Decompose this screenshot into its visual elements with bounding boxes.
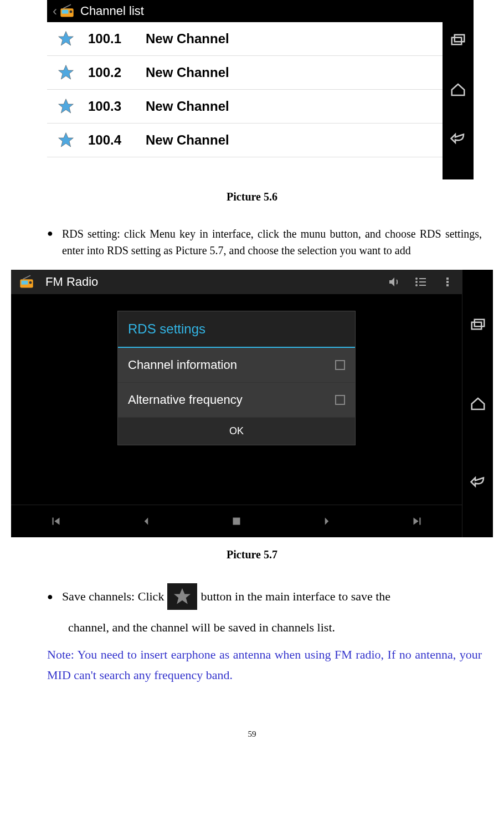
channel-name: New Channel — [146, 132, 229, 148]
star-button-icon — [167, 583, 197, 610]
save-continue-text: channel, and the channel will be saved i… — [68, 617, 482, 639]
channel-info-label: Channel information — [128, 358, 237, 372]
note-text: Note: You need to insert earphone as ant… — [47, 644, 482, 686]
fm-radio-main: FM Radio RDS settings Channel informatio… — [11, 270, 462, 537]
svg-marker-7 — [59, 133, 74, 147]
channel-item[interactable]: 100.4 New Channel — [47, 124, 443, 157]
svg-rect-21 — [446, 281, 449, 283]
speaker-icon[interactable] — [388, 275, 401, 289]
rds-text: RDS setting: click Menu key in interface… — [62, 225, 482, 259]
svg-marker-6 — [59, 99, 74, 113]
svg-point-12 — [29, 281, 32, 284]
star-icon — [57, 131, 75, 149]
fm-radio-topbar: FM Radio — [11, 270, 462, 294]
svg-rect-20 — [446, 278, 449, 280]
alt-freq-label: Alternative frequency — [128, 393, 243, 407]
channel-list: 100.1 New Channel 100.2 New Channel 100.… — [47, 22, 443, 179]
svg-rect-23 — [233, 518, 240, 525]
picture-caption: Picture 5.6 — [22, 191, 482, 203]
svg-line-13 — [23, 275, 30, 279]
fm-radio-body: RDS settings Channel information Alterna… — [11, 294, 462, 505]
back-icon[interactable] — [450, 130, 466, 147]
star-icon — [57, 64, 75, 81]
channel-name: New Channel — [146, 31, 229, 47]
svg-rect-1 — [62, 10, 69, 14]
channel-freq: 100.4 — [88, 132, 132, 148]
svg-rect-22 — [446, 284, 449, 286]
svg-marker-26 — [174, 588, 191, 604]
svg-marker-5 — [59, 65, 74, 79]
alt-freq-item[interactable]: Alternative frequency — [118, 383, 355, 418]
checkbox-icon[interactable] — [335, 360, 345, 370]
page-number: 59 — [22, 729, 482, 739]
channel-list-main: ‹ Channel list 100.1 New Channel 100.2 N… — [47, 0, 443, 179]
channel-item[interactable]: 100.2 New Channel — [47, 56, 443, 90]
svg-line-3 — [63, 4, 71, 8]
svg-point-16 — [415, 281, 418, 283]
save-pre-text: Save channels: Click — [62, 585, 164, 608]
svg-rect-19 — [419, 285, 426, 286]
svg-point-2 — [70, 11, 73, 13]
rds-dialog: RDS settings Channel information Alterna… — [117, 311, 356, 445]
channel-name: New Channel — [146, 99, 229, 114]
skip-prev-icon[interactable] — [49, 514, 63, 528]
prev-icon[interactable] — [139, 514, 153, 528]
android-nav-bar — [462, 270, 493, 537]
back-icon[interactable] — [470, 474, 486, 490]
channel-freq: 100.2 — [88, 65, 132, 80]
radio-icon — [59, 3, 75, 19]
channel-list-screenshot: ‹ Channel list 100.1 New Channel 100.2 N… — [47, 0, 474, 179]
channel-name: New Channel — [146, 65, 229, 80]
fm-radio-screenshot: FM Radio RDS settings Channel informatio… — [11, 270, 493, 537]
stop-icon[interactable] — [229, 514, 244, 528]
android-nav-bar — [443, 0, 474, 179]
svg-point-18 — [415, 284, 418, 286]
rds-dialog-title: RDS settings — [118, 311, 355, 348]
next-icon[interactable] — [320, 514, 334, 528]
overflow-menu-icon[interactable] — [441, 275, 454, 289]
svg-rect-17 — [419, 281, 426, 282]
fm-controls — [11, 505, 462, 537]
channel-freq: 100.1 — [88, 31, 132, 47]
channel-item[interactable]: 100.1 New Channel — [47, 22, 443, 56]
svg-rect-11 — [22, 281, 28, 285]
save-post-text: button in the main interface to save the — [200, 585, 390, 608]
home-icon[interactable] — [470, 395, 486, 412]
bullet-icon: ● — [47, 589, 53, 605]
fm-radio-title: FM Radio — [45, 275, 98, 289]
rds-paragraph: ● RDS setting: click Menu key in interfa… — [47, 225, 482, 259]
channel-info-item[interactable]: Channel information — [118, 348, 355, 383]
channel-item[interactable]: 100.3 New Channel — [47, 90, 443, 124]
skip-next-icon[interactable] — [410, 514, 424, 528]
list-icon[interactable] — [414, 275, 428, 289]
bullet-icon: ● — [47, 225, 53, 259]
ok-button[interactable]: OK — [118, 418, 355, 445]
svg-rect-15 — [419, 278, 426, 279]
channel-list-header: ‹ Channel list — [47, 0, 443, 22]
svg-point-14 — [415, 278, 418, 280]
recent-apps-icon[interactable] — [470, 317, 486, 334]
channel-freq: 100.3 — [88, 99, 132, 114]
recent-apps-icon[interactable] — [450, 33, 466, 49]
channel-list-title: Channel list — [80, 4, 144, 18]
star-icon — [57, 97, 75, 115]
home-icon[interactable] — [450, 81, 466, 98]
svg-marker-4 — [59, 32, 74, 45]
star-icon — [57, 30, 75, 48]
checkbox-icon[interactable] — [335, 395, 345, 405]
back-chevron-icon[interactable]: ‹ — [53, 3, 57, 19]
radio-icon — [19, 274, 34, 290]
picture-caption: Picture 5.7 — [22, 548, 482, 561]
save-paragraph: ● Save channels: Click button in the mai… — [47, 583, 482, 610]
